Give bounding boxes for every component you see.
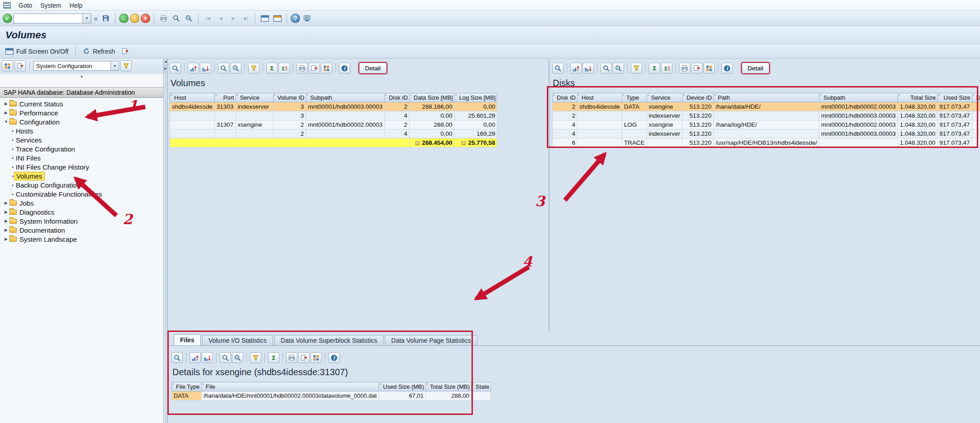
find-next-button[interactable] — [183, 13, 194, 24]
expand-icon[interactable]: ▶ — [3, 210, 9, 214]
command-input[interactable] — [14, 14, 83, 23]
cell[interactable]: 67,01 — [379, 391, 425, 400]
sort-ascending-icon[interactable] — [188, 63, 199, 74]
find-next-icon[interactable] — [232, 352, 243, 363]
expand-icon[interactable]: ▶ — [3, 201, 9, 205]
cell[interactable]: 2 — [553, 111, 578, 120]
cell[interactable]: 25.601,29 — [454, 111, 497, 120]
cell[interactable]: 3 — [273, 102, 306, 111]
cell[interactable]: 31307 — [215, 120, 236, 129]
sort-descending-icon[interactable] — [200, 63, 211, 74]
hide-toolbar-icon[interactable]: « — [92, 14, 99, 22]
column-header[interactable]: Used Size — [937, 93, 972, 102]
cell[interactable]: 31303 — [215, 102, 236, 111]
cell[interactable]: 2 — [273, 129, 306, 138]
details-icon[interactable] — [552, 63, 564, 74]
filter-icon[interactable] — [248, 63, 259, 74]
find-next-icon[interactable] — [613, 63, 624, 74]
column-header[interactable]: Service — [647, 93, 682, 102]
expand-icon[interactable]: ▶ — [3, 101, 9, 106]
tree-item-services[interactable]: ·Services — [0, 135, 163, 144]
cell[interactable]: 169,29 — [454, 129, 497, 138]
column-header[interactable]: File — [202, 382, 379, 391]
choose-layout-icon[interactable] — [310, 352, 322, 363]
chevron-down-icon[interactable]: ▼ — [111, 61, 119, 70]
detail-button[interactable]: Detail — [359, 63, 387, 74]
cell[interactable]: 513.220 — [682, 120, 713, 129]
collapse-icon[interactable]: ▼ — [3, 120, 9, 124]
table-row[interactable]: 6 TRACE 513.220 /usr/sap/HDE/HDB13/shdbs… — [553, 138, 980, 147]
cell[interactable]: /hana/log/HDE/ — [713, 120, 819, 129]
choose-layout-icon[interactable] — [703, 63, 715, 74]
column-header[interactable]: Type — [622, 93, 647, 102]
expand-right-icon[interactable]: ▶ — [164, 65, 167, 72]
tab-volume-io-statistics[interactable]: Volume I/O Statistics — [202, 335, 273, 345]
print-icon[interactable] — [286, 352, 297, 363]
subtotal-icon[interactable] — [278, 63, 290, 74]
sort-ascending-icon[interactable] — [190, 352, 201, 363]
cell[interactable]: 288,00 — [409, 120, 454, 129]
total-icon[interactable] — [649, 63, 660, 74]
cell[interactable]: DATA — [172, 391, 202, 400]
cell[interactable]: mnt00001/hdb00003.00003 — [819, 129, 898, 138]
table-row[interactable]: 2 indexserver 513.220 mnt00001/hdb00003.… — [553, 111, 980, 120]
cell[interactable] — [713, 129, 819, 138]
cell[interactable]: 1.048.320,00 — [898, 111, 938, 120]
table-row[interactable]: 2 shdbs4idessde DATA xsengine 513.220 /h… — [553, 102, 980, 111]
command-field[interactable]: ▼ — [14, 14, 91, 23]
cell[interactable] — [170, 129, 215, 138]
cell[interactable]: 917.073,47 — [937, 129, 972, 138]
cell[interactable]: 87,48 — [972, 102, 980, 111]
export-icon[interactable] — [14, 60, 26, 71]
cell[interactable]: 513.220 — [682, 129, 713, 138]
column-header[interactable]: Subpath — [819, 93, 898, 102]
cell[interactable] — [713, 111, 819, 120]
table-row[interactable]: 2 4 0,00 169,29 — [170, 129, 497, 138]
cell[interactable]: 288,00 — [425, 391, 471, 400]
cell[interactable]: 2 — [273, 120, 306, 129]
tree-item-jobs[interactable]: ▶Jobs — [0, 198, 163, 207]
cell[interactable]: indexserver — [236, 102, 273, 111]
column-header[interactable]: Service — [236, 93, 273, 102]
cell[interactable]: 513.220 — [682, 138, 713, 147]
cell[interactable]: 87,48 — [972, 120, 980, 129]
cell[interactable] — [215, 111, 236, 120]
cell[interactable]: 4 — [384, 129, 409, 138]
previous-page-button[interactable]: ◀ — [215, 13, 226, 24]
cell[interactable]: DATA — [622, 102, 647, 111]
table-row[interactable]: DATA /hana/data/HDE/mnt00001/hdb00002.00… — [172, 391, 491, 400]
cell[interactable]: 2 — [553, 102, 578, 111]
new-session-button[interactable] — [259, 13, 270, 24]
cell[interactable]: 6 — [553, 138, 578, 147]
table-row[interactable]: 4 indexserver 513.220 mnt00001/hdb00003.… — [553, 129, 980, 138]
tree-item-ini-files-change-history[interactable]: ·INI Files Change History — [0, 162, 163, 171]
tree-item-system-information[interactable]: ▶System Information — [0, 216, 163, 225]
cell[interactable] — [577, 138, 622, 147]
help-button[interactable]: ? — [291, 14, 300, 23]
tree-item-system-landscape[interactable]: ▶System Landscape — [0, 234, 163, 244]
cell[interactable]: mnt00001/hdb00003.00003 — [306, 102, 384, 111]
tree-item-trace-configuration[interactable]: ·Trace Configuration — [0, 144, 163, 153]
table-row[interactable]: 4 LOG xsengine 513.220 /hana/log/HDE/ mn… — [553, 120, 980, 129]
cell[interactable]: 2 — [384, 120, 409, 129]
last-page-button[interactable]: ▶| — [240, 13, 251, 24]
column-header[interactable]: Host — [170, 93, 215, 102]
cell[interactable]: 0,00 — [454, 102, 497, 111]
cell[interactable]: xsengine — [647, 102, 682, 111]
choose-layout-icon[interactable] — [321, 63, 332, 74]
cell[interactable]: 513.220 — [682, 102, 713, 111]
tab-data-volume-superblock-statistics[interactable]: Data Volume Superblock Statistics — [274, 335, 384, 345]
next-page-button[interactable]: ▶ — [227, 13, 239, 24]
cell[interactable]: 917.073,47 — [937, 138, 972, 147]
cell[interactable]: LOG — [622, 120, 647, 129]
column-header[interactable]: Port — [215, 93, 236, 102]
tree-item-customizable-functionalities[interactable]: ·Customizable Functionalities — [0, 189, 163, 198]
cell[interactable]: shdbs4idessde — [577, 102, 622, 111]
find-icon[interactable] — [601, 63, 612, 74]
cell[interactable]: TRACE — [622, 138, 647, 147]
cell[interactable] — [215, 129, 236, 138]
export-icon[interactable] — [309, 63, 320, 74]
tree-item-performance[interactable]: ▶Performance — [0, 108, 163, 117]
cell[interactable] — [170, 120, 215, 129]
find-button[interactable] — [171, 13, 182, 24]
